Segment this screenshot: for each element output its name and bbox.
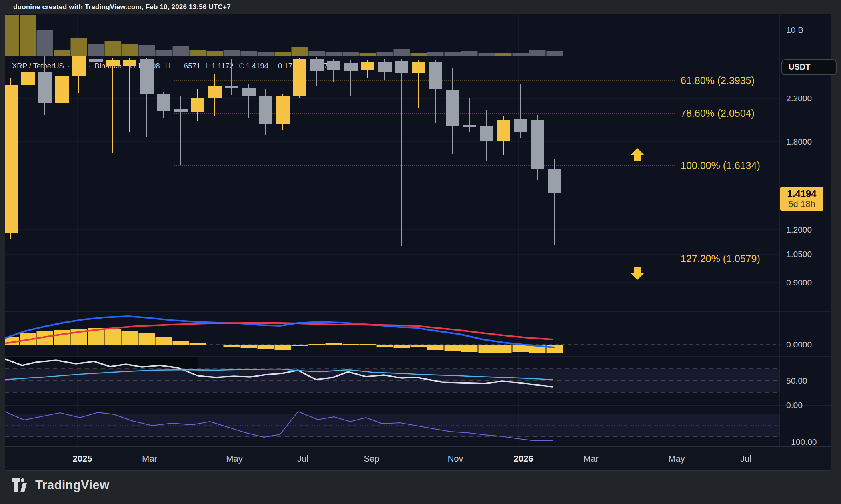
volume-bar bbox=[513, 53, 529, 56]
volume-bar bbox=[190, 50, 206, 56]
volume-bar bbox=[156, 50, 172, 56]
volume-bar bbox=[241, 51, 257, 56]
histogram-bar bbox=[394, 345, 410, 348]
candle-body bbox=[446, 90, 459, 126]
bar-countdown: 5d 18h bbox=[780, 199, 823, 209]
volume-bar bbox=[71, 38, 87, 56]
volume-bar bbox=[360, 53, 376, 56]
tradingview-logo[interactable]: TradingView bbox=[12, 477, 109, 493]
histogram-bar bbox=[343, 344, 359, 345]
candle-body bbox=[463, 125, 476, 127]
histogram-bar bbox=[105, 329, 121, 345]
volume-bar bbox=[54, 50, 70, 56]
candle-body bbox=[38, 72, 52, 103]
fib-level-label: 100.00% (1.6134) bbox=[681, 160, 760, 171]
volume-bar bbox=[427, 52, 444, 56]
candle-body bbox=[123, 60, 136, 66]
candle-body bbox=[429, 62, 442, 89]
volume-bar bbox=[105, 41, 121, 56]
volume-bar bbox=[173, 46, 189, 56]
fib-level-label: 127.20% (1.0579) bbox=[681, 253, 760, 265]
chart-area[interactable]: XRP / TetherUS · 2W · Binance O1.5908 H6… bbox=[5, 14, 831, 470]
time-axis-month-label: Jul bbox=[740, 454, 751, 464]
price-axis-label: 1.0500 bbox=[786, 249, 812, 259]
volume-bar bbox=[411, 53, 427, 56]
volume-bar bbox=[326, 52, 342, 56]
candle-body bbox=[259, 96, 272, 124]
histogram-bar bbox=[173, 341, 189, 345]
attribution-bar: duonine created with TradingView.com, Fe… bbox=[0, 0, 841, 14]
candle-body bbox=[378, 62, 392, 72]
price-axis-label: 0.0000 bbox=[786, 340, 812, 349]
candle-body bbox=[310, 59, 324, 71]
candle-body bbox=[327, 61, 340, 70]
fib-level-label: 78.60% (2.0504) bbox=[681, 108, 755, 119]
currency-toggle-button[interactable]: USDT bbox=[781, 59, 837, 75]
down-arrow-drawing[interactable] bbox=[631, 267, 644, 280]
time-axis[interactable]: 2025MarMayJulSepNov2026MarMayJul bbox=[5, 446, 831, 471]
price-axis-label: 10 B bbox=[786, 25, 803, 35]
histogram-bar bbox=[292, 345, 308, 346]
candle-body bbox=[157, 94, 170, 111]
volume-bar bbox=[139, 45, 155, 56]
price-axis-label: 1.2000 bbox=[786, 225, 812, 235]
price-axis-label: 1.8000 bbox=[786, 137, 812, 147]
histogram-bar bbox=[275, 345, 291, 350]
volume-bar bbox=[5, 15, 19, 56]
candle-body bbox=[225, 86, 238, 88]
volume-bar bbox=[343, 52, 359, 56]
tradingview-screenshot: duonine created with TradingView.com, Fe… bbox=[0, 0, 841, 504]
candle-body bbox=[191, 98, 204, 112]
tradingview-logo-icon bbox=[12, 478, 30, 492]
histogram-bar bbox=[461, 345, 478, 352]
price-axis[interactable]: USDT 1.4194 5d 18h 10 B2.20001.80001.200… bbox=[780, 14, 831, 470]
candle-body bbox=[174, 109, 188, 112]
histogram-bar bbox=[122, 331, 138, 345]
time-axis-month-label: Mar bbox=[583, 454, 599, 464]
up-arrow-drawing[interactable] bbox=[631, 148, 644, 161]
volume-bar bbox=[37, 30, 53, 56]
candle-body bbox=[55, 76, 69, 103]
histogram-bar bbox=[258, 345, 274, 349]
candle-body bbox=[514, 119, 527, 132]
candle-body bbox=[497, 120, 510, 141]
volume-bar bbox=[479, 53, 495, 56]
time-axis-month-label: May bbox=[668, 454, 685, 464]
volume-bar bbox=[547, 51, 563, 56]
time-axis-year-label: 2026 bbox=[514, 454, 533, 464]
volume-bar bbox=[275, 52, 291, 56]
candle-body bbox=[293, 59, 306, 96]
price-axis-label: 50.00 bbox=[786, 376, 807, 386]
histogram-bar bbox=[377, 345, 393, 347]
candle-body bbox=[106, 60, 120, 66]
candle-body bbox=[361, 62, 374, 70]
volume-bar bbox=[394, 49, 410, 56]
volume-bar bbox=[207, 51, 223, 56]
candle-body bbox=[395, 61, 408, 73]
volume-bar bbox=[224, 50, 240, 56]
price-axis-label: −100.00 bbox=[786, 437, 817, 447]
volume-bar bbox=[529, 50, 546, 56]
candle-body bbox=[480, 126, 493, 141]
histogram-bar bbox=[427, 345, 444, 350]
volume-bar bbox=[445, 52, 461, 56]
candle-body bbox=[89, 59, 103, 62]
volume-bar bbox=[377, 52, 393, 56]
price-axis-label: 0.9000 bbox=[786, 278, 812, 287]
histogram-bar bbox=[139, 333, 155, 345]
time-axis-month-label: Nov bbox=[447, 454, 463, 464]
last-price-value: 1.4194 bbox=[780, 188, 823, 199]
volume-bar bbox=[495, 53, 512, 56]
volume-bar bbox=[88, 44, 104, 56]
candle-body bbox=[72, 56, 86, 76]
candle-body bbox=[242, 88, 256, 96]
histogram-bar bbox=[411, 345, 427, 347]
price-axis-label: 2.2000 bbox=[786, 94, 812, 103]
histogram-bar bbox=[495, 345, 512, 353]
time-axis-year-label: 2025 bbox=[73, 454, 92, 464]
time-axis-month-label: May bbox=[226, 454, 243, 464]
candlestick-series bbox=[5, 55, 561, 246]
volume-bar bbox=[20, 15, 36, 56]
histogram-bar bbox=[360, 344, 376, 345]
candle-body bbox=[21, 72, 35, 85]
